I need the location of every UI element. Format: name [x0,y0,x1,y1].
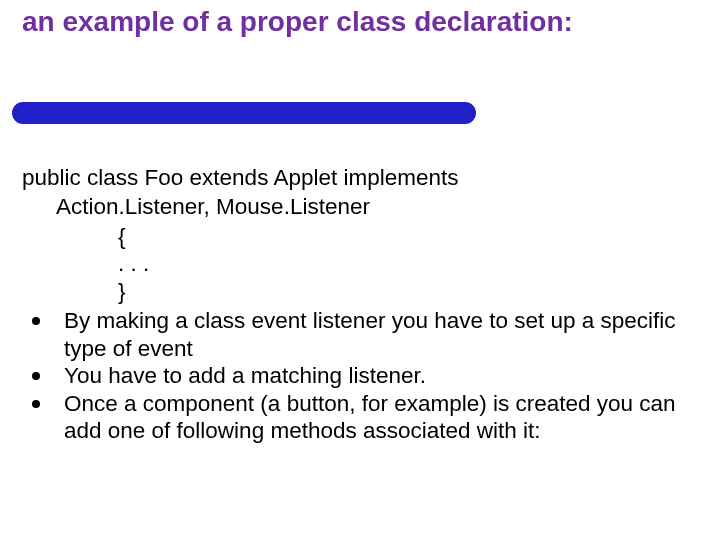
code-brace-close: } [118,278,698,305]
bullet-text: By making a class event listener you hav… [64,307,698,362]
code-line-2: Action.Listener, Mouse.Listener [56,193,698,220]
code-brace-open: { [118,223,698,250]
bullet-text: You have to add a matching listener. [64,362,698,389]
list-item: You have to add a matching listener. [22,362,698,389]
bullet-icon [32,317,40,325]
bullet-icon [32,400,40,408]
slide-body: public class Foo extends Applet implemen… [22,164,698,444]
code-block: { . . . } [118,223,698,305]
list-item: By making a class event listener you hav… [22,307,698,362]
bullet-text: Once a component (a button, for example)… [64,390,698,445]
bullet-list: By making a class event listener you hav… [22,307,698,444]
slide: an example of a proper class declaration… [0,0,720,540]
list-item: Once a component (a button, for example)… [22,390,698,445]
slide-title: an example of a proper class declaration… [22,6,662,38]
bullet-icon [32,372,40,380]
code-ellipsis: . . . [118,250,698,277]
horizontal-rule [12,102,476,124]
code-line-1: public class Foo extends Applet implemen… [22,164,698,191]
